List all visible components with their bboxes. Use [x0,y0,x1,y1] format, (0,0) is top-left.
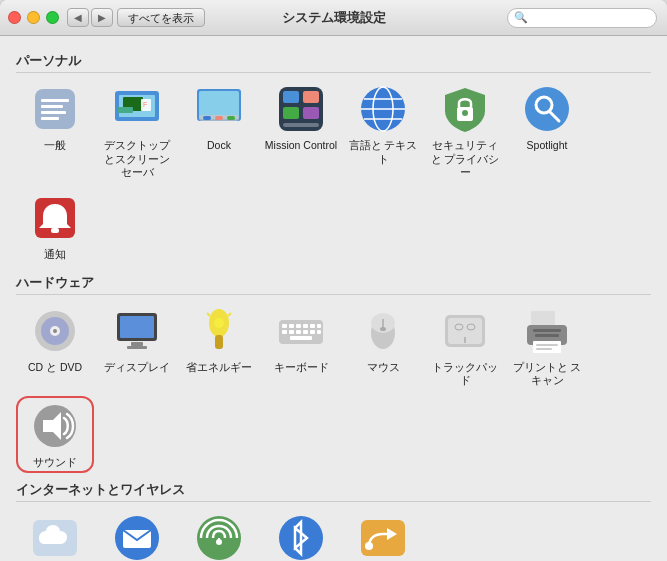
svg-rect-50 [282,324,287,328]
item-mission-label: Mission Control [265,139,337,153]
security-icon [441,85,489,133]
item-general[interactable]: 一般 [16,79,94,184]
svg-rect-72 [531,311,555,327]
trackpad-icon [441,307,489,355]
svg-rect-88 [361,520,405,556]
search-input[interactable] [531,12,650,24]
svg-rect-0 [35,89,75,129]
window-title: システム環境設定 [282,9,386,27]
svg-point-30 [525,87,569,131]
svg-rect-14 [203,116,211,120]
dock-icon [195,85,243,133]
svg-point-44 [214,318,224,328]
svg-rect-59 [303,330,308,334]
nav-buttons: ◀ ▶ [67,8,113,27]
svg-rect-21 [303,107,319,119]
svg-rect-77 [536,344,558,346]
notifications-icon [31,194,79,242]
svg-rect-61 [317,330,321,334]
section-title-hardware: ハードウェア [16,274,651,295]
item-spotlight-label: Spotlight [527,139,568,153]
sharing-icon [359,514,407,561]
svg-rect-74 [533,329,561,332]
item-notifications[interactable]: 通知 [16,188,94,266]
item-cddvd[interactable]: CD と DVD [16,301,94,392]
search-box[interactable]: 🔍 [507,8,657,28]
item-sound[interactable]: サウンド [16,396,94,474]
svg-rect-19 [303,91,319,103]
svg-rect-58 [296,330,301,334]
back-button[interactable]: ◀ [67,8,89,27]
svg-rect-22 [283,123,319,127]
svg-rect-2 [41,105,63,108]
svg-point-66 [380,327,386,331]
item-mouse-label: マウス [367,361,400,375]
mouse-icon [359,307,407,355]
close-button[interactable] [8,11,21,24]
item-display[interactable]: ディスプレイ [98,301,176,392]
titlebar: ◀ ▶ すべてを表示 システム環境設定 🔍 [0,0,667,36]
svg-rect-52 [296,324,301,328]
svg-rect-56 [282,330,287,334]
network-icon [195,514,243,561]
item-sharing[interactable]: 共有 [344,508,422,561]
svg-rect-45 [215,335,223,349]
item-mouse[interactable]: マウス [344,301,422,392]
item-icloud[interactable]: iCloud [16,508,94,561]
keyboard-icon [277,307,325,355]
general-icon [31,85,79,133]
svg-rect-20 [283,107,299,119]
forward-button[interactable]: ▶ [91,8,113,27]
svg-rect-53 [303,324,308,328]
maximize-button[interactable] [46,11,59,24]
svg-point-38 [53,329,57,333]
svg-rect-34 [51,228,59,233]
system-preferences-window: ◀ ▶ すべてを表示 システム環境設定 🔍 パーソナル [0,0,667,561]
svg-rect-75 [535,334,559,337]
item-spotlight[interactable]: Spotlight [508,79,586,184]
mission-icon [277,85,325,133]
item-language-label: 言語と テキスト [346,139,420,166]
item-dock-label: Dock [207,139,231,153]
svg-rect-18 [283,91,299,103]
item-print[interactable]: プリントと スキャン [508,301,586,392]
section-internet-icons: iCloud メール/連絡先/ カレンダー [16,508,651,561]
cddvd-icon [31,307,79,355]
item-trackpad[interactable]: トラックパッド [426,301,504,392]
item-desktop-label: デスクトップとスクリーンセーバ [100,139,174,180]
svg-point-29 [462,110,468,116]
svg-line-48 [228,313,231,316]
item-security-label: セキュリティと プライバシー [428,139,502,180]
desktop-icon: F [113,85,161,133]
item-language[interactable]: 言語と テキスト [344,79,422,184]
sound-icon [31,402,79,450]
spotlight-icon [523,85,571,133]
print-icon [523,307,571,355]
svg-rect-76 [533,341,561,353]
item-desktop[interactable]: F デスクトップとスクリーンセーバ [98,79,176,184]
traffic-lights [8,11,59,24]
item-network[interactable]: ネットワーク [180,508,258,561]
item-security[interactable]: セキュリティと プライバシー [426,79,504,184]
minimize-button[interactable] [27,11,40,24]
svg-point-86 [216,539,222,545]
show-all-button[interactable]: すべてを表示 [117,8,205,27]
item-energy[interactable]: 省エネルギー [180,301,258,392]
bluetooth-icon [277,514,325,561]
section-title-internet: インターネットとワイヤレス [16,481,651,502]
svg-line-47 [207,313,210,316]
svg-rect-12 [199,91,239,119]
svg-rect-57 [289,330,294,334]
section-hardware-icons: CD と DVD ディスプレイ [16,301,651,474]
item-dock[interactable]: Dock [180,79,258,184]
item-mail[interactable]: メール/連絡先/ カレンダー [98,508,176,561]
item-keyboard[interactable]: キーボード [262,301,340,392]
svg-rect-40 [120,316,154,338]
svg-rect-16 [227,116,235,120]
mail-icon [113,514,161,561]
item-keyboard-label: キーボード [274,361,329,375]
item-bluetooth[interactable]: Bluetooth [262,508,340,561]
search-icon: 🔍 [514,11,528,24]
item-mission[interactable]: Mission Control [262,79,340,184]
svg-rect-8 [118,107,133,113]
